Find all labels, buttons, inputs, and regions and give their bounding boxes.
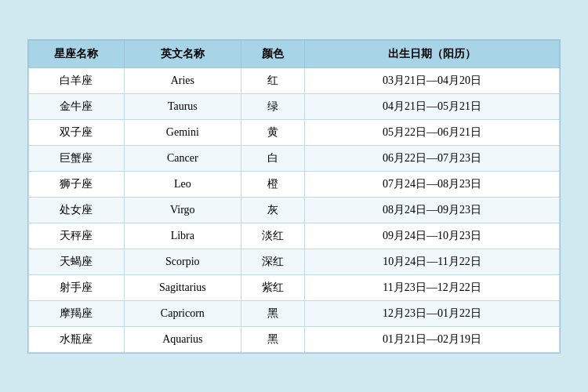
cell-cn: 水瓶座 [29,326,125,352]
cell-en: Capricorn [124,300,241,326]
cell-date: 03月21日—04月20日 [305,67,560,93]
cell-color: 黄 [241,119,304,145]
cell-cn: 金牛座 [29,93,125,119]
cell-date: 08月24日—09月23日 [305,197,560,223]
header-cn: 星座名称 [29,40,125,67]
cell-cn: 射手座 [29,274,125,300]
header-en: 英文名称 [124,40,241,67]
table-row: 狮子座Leo橙07月24日—08月23日 [29,171,560,197]
cell-en: Virgo [124,197,241,223]
cell-cn: 白羊座 [29,67,125,93]
table-row: 处女座Virgo灰08月24日—09月23日 [29,197,560,223]
cell-color: 绿 [241,93,304,119]
header-color: 颜色 [241,40,304,67]
cell-date: 09月24日—10月23日 [305,223,560,249]
cell-date: 10月24日—11月22日 [305,249,560,274]
cell-date: 01月21日—02月19日 [305,326,560,352]
cell-en: Aquarius [124,326,241,352]
cell-cn: 巨蟹座 [29,145,125,171]
zodiac-table-container: 星座名称 英文名称 颜色 出生日期（阳历） 白羊座Aries红03月21日—04… [27,39,561,354]
header-date: 出生日期（阳历） [305,40,560,67]
table-row: 双子座Gemini黄05月22日—06月21日 [29,119,560,145]
table-row: 巨蟹座Cancer白06月22日—07月23日 [29,145,560,171]
cell-color: 淡红 [241,223,304,249]
cell-date: 06月22日—07月23日 [305,145,560,171]
cell-en: Taurus [124,93,241,119]
table-header-row: 星座名称 英文名称 颜色 出生日期（阳历） [29,40,560,67]
cell-color: 紫红 [241,274,304,300]
cell-en: Gemini [124,119,241,145]
cell-en: Libra [124,223,241,249]
cell-date: 04月21日—05月21日 [305,93,560,119]
cell-en: Sagittarius [124,274,241,300]
cell-date: 11月23日—12月22日 [305,274,560,300]
cell-color: 灰 [241,197,304,223]
cell-color: 白 [241,145,304,171]
table-row: 水瓶座Aquarius黑01月21日—02月19日 [29,326,560,352]
table-row: 天蝎座Scorpio深红10月24日—11月22日 [29,249,560,274]
cell-cn: 处女座 [29,197,125,223]
cell-cn: 摩羯座 [29,300,125,326]
cell-cn: 天秤座 [29,223,125,249]
cell-color: 深红 [241,249,304,274]
cell-en: Cancer [124,145,241,171]
table-row: 白羊座Aries红03月21日—04月20日 [29,67,560,93]
cell-date: 07月24日—08月23日 [305,171,560,197]
cell-en: Leo [124,171,241,197]
cell-color: 黑 [241,326,304,352]
cell-en: Aries [124,67,241,93]
cell-color: 橙 [241,171,304,197]
cell-color: 红 [241,67,304,93]
cell-date: 05月22日—06月21日 [305,119,560,145]
cell-cn: 天蝎座 [29,249,125,274]
cell-cn: 双子座 [29,119,125,145]
table-row: 射手座Sagittarius紫红11月23日—12月22日 [29,274,560,300]
cell-cn: 狮子座 [29,171,125,197]
zodiac-table: 星座名称 英文名称 颜色 出生日期（阳历） 白羊座Aries红03月21日—04… [28,40,560,353]
table-row: 天秤座Libra淡红09月24日—10月23日 [29,223,560,249]
table-row: 金牛座Taurus绿04月21日—05月21日 [29,93,560,119]
cell-color: 黑 [241,300,304,326]
cell-en: Scorpio [124,249,241,274]
table-row: 摩羯座Capricorn黑12月23日—01月22日 [29,300,560,326]
cell-date: 12月23日—01月22日 [305,300,560,326]
